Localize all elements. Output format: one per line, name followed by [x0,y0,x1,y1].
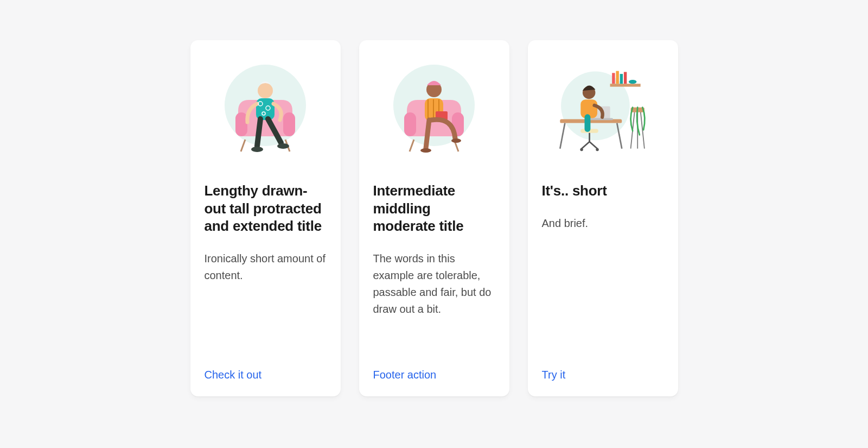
card-body: And brief. [542,215,664,232]
card-title: It's.. short [542,182,664,200]
svg-point-31 [629,80,636,84]
svg-rect-27 [612,73,615,84]
svg-point-46 [596,148,598,151]
svg-line-44 [590,142,597,149]
card-action-link[interactable]: Try it [542,369,566,381]
svg-rect-28 [616,71,618,84]
svg-rect-13 [404,112,416,136]
card-lengthy: Lengthy drawn-out tall protracted and ex… [190,40,341,396]
person-in-pink-armchair-icon [214,59,317,162]
svg-point-6 [258,83,273,98]
card-body: The words in this example are tolerable,… [373,250,495,318]
card-title: Lengthy drawn-out tall protracted and ex… [205,182,327,235]
svg-rect-2 [283,112,295,136]
person-at-desk-with-laptop-icon [551,59,654,162]
person-reading-in-armchair-icon [382,59,486,162]
card-illustration [373,56,495,162]
svg-rect-30 [624,72,627,84]
svg-line-37 [560,123,565,149]
card-body: Ironically short amount of content. [205,250,327,284]
svg-line-15 [410,140,414,152]
card-intermediate: Intermediate middling moderate title The… [359,40,509,396]
card-action-link[interactable]: Footer action [373,369,437,381]
svg-point-7 [251,147,263,152]
svg-point-23 [420,148,431,153]
svg-rect-1 [235,112,247,136]
svg-point-8 [277,143,289,149]
card-illustration [542,56,664,162]
svg-rect-29 [620,74,623,84]
card-title: Intermediate middling moderate title [373,182,495,235]
svg-point-24 [451,138,461,143]
card-action-link[interactable]: Check it out [205,369,262,381]
svg-point-45 [580,148,583,151]
svg-line-3 [241,140,245,152]
card-illustration [205,56,327,162]
card-short: It's.. short And brief. Try it [528,40,678,396]
svg-line-43 [582,142,589,149]
svg-rect-26 [610,84,641,86]
